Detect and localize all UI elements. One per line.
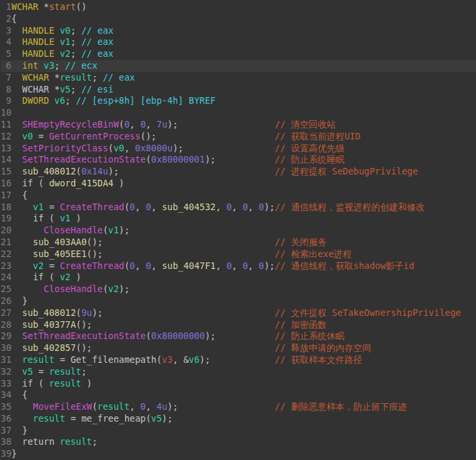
code-token: *	[49, 72, 60, 83]
code-line[interactable]: 38 return result;	[1, 436, 476, 448]
line-number: 15	[1, 166, 11, 178]
code-line[interactable]: 10	[1, 107, 476, 119]
code-token: ,	[135, 260, 145, 271]
code-line[interactable]: 18 v1 = CreateThread(0, 0, sub_404532, 0…	[1, 202, 476, 213]
code-token: );	[205, 154, 216, 165]
code-token: ,	[146, 401, 157, 412]
line-number: 2	[1, 13, 11, 25]
code-line[interactable]: 9 DWORD v6; // [esp+8h] [ebp-4h] BYREF	[1, 95, 476, 107]
code-line[interactable]: 34 {	[1, 389, 476, 401]
code-token: = Get_filenamepath(	[54, 354, 162, 365]
code-line[interactable]: 15 sub_408012(0x14u); // 进程提权 SeDebugPri…	[1, 166, 476, 178]
code-token: ,	[248, 260, 258, 271]
line-number: 9	[1, 95, 11, 107]
code-token	[11, 95, 22, 106]
line-number: 3	[1, 25, 11, 37]
code-token: v2	[108, 284, 119, 294]
code-token: }	[11, 448, 17, 459]
code-line[interactable]: 27 sub_408012(9u); // 文件提权 SeTakeOwnersh…	[1, 307, 476, 319]
code-line[interactable]: 26 }	[1, 295, 476, 307]
code-token: {	[11, 389, 27, 400]
code-token: v2	[33, 260, 44, 271]
code-token: 0x14u	[81, 166, 108, 176]
code-line[interactable]: 17 {	[1, 190, 476, 202]
code-line[interactable]: 19 if ( v1 )	[1, 213, 476, 225]
code-comment: // 文件提权 SeTakeOwnershipPrivilege	[275, 307, 461, 318]
code-line[interactable]: 31 result = Get_filenamepath(v3, &v6); /…	[1, 354, 476, 366]
code-line[interactable]: 3 HANDLE v0; // eax	[1, 25, 476, 37]
code-token: if (	[11, 213, 60, 223]
code-token: v5	[151, 413, 162, 424]
code-token: );	[264, 260, 274, 271]
code-token: HANDLE	[22, 48, 55, 59]
line-number: 17	[1, 190, 11, 202]
code-line[interactable]: 22 sub_405EE1(); // 检索出exe进程	[1, 249, 476, 260]
code-token: }	[11, 295, 27, 306]
code-token: ;	[71, 36, 81, 47]
code-token: SetThreadExecutionState	[22, 154, 146, 165]
line-number: 38	[1, 436, 11, 448]
code-line[interactable]: 33 if ( result )	[1, 378, 476, 390]
code-token	[11, 225, 44, 235]
code-token: (	[145, 330, 151, 341]
code-line[interactable]: 5 HANDLE v2; // eax	[1, 48, 476, 60]
code-token: v1	[60, 213, 70, 223]
code-token: HANDLE	[22, 25, 55, 36]
line-number: 31	[1, 354, 11, 366]
comment-padding	[216, 330, 274, 341]
code-token: v6	[189, 354, 200, 365]
code-comment: // 设置高优先级	[275, 143, 344, 153]
code-line[interactable]: 2{	[1, 13, 476, 25]
code-line[interactable]: 39}	[1, 448, 476, 460]
code-line[interactable]: 20 CloseHandle(v1);	[1, 225, 476, 237]
code-line[interactable]: 1WCHAR *start()	[1, 1, 476, 13]
code-token: (	[76, 307, 81, 318]
code-token: result	[33, 413, 65, 424]
code-line[interactable]: 6 int v3; // ecx	[1, 60, 476, 72]
code-line[interactable]: 12 v0 = GetCurrentProcess(); // 获取当前进程UI…	[1, 131, 476, 143]
code-token	[11, 260, 33, 271]
code-token: 9u	[81, 307, 92, 318]
code-token: sub_404532	[162, 202, 216, 212]
line-number: 7	[1, 72, 11, 84]
code-line[interactable]: 25 CloseHandle(v2);	[1, 284, 476, 295]
code-token: );	[108, 166, 119, 176]
code-line[interactable]: 23 v2 = CreateThread(0, 0, sub_4047F1, 0…	[1, 260, 476, 272]
code-line[interactable]: 21 sub_403AA0(); // 关闭服务	[1, 237, 476, 249]
code-token	[11, 284, 44, 294]
code-token: (	[124, 202, 130, 212]
line-number: 10	[1, 107, 11, 119]
code-comment: // 获取当前进程UID	[275, 131, 361, 141]
code-token	[11, 237, 33, 247]
code-token: ,	[216, 202, 226, 212]
line-number: 6	[1, 60, 11, 72]
code-line[interactable]: 24 if ( v2 )	[1, 272, 476, 284]
code-line[interactable]: 28 sub_40377A(); // 加密函数	[1, 319, 476, 331]
line-number: 30	[1, 342, 11, 354]
code-token: WCHAR	[22, 72, 50, 83]
line-number: 13	[1, 143, 11, 155]
code-token: (	[102, 225, 108, 235]
line-number: 20	[1, 225, 11, 237]
code-line[interactable]: 30 sub_402857(); // 释放申请的内存空间	[1, 342, 476, 354]
code-token: ;	[54, 60, 65, 71]
code-token: 0x80000000	[151, 330, 205, 341]
code-token: v0	[22, 131, 33, 141]
code-line[interactable]: 36 result = me_free_heap(v5);	[1, 413, 476, 425]
code-line[interactable]: 7 WCHAR *result; // eax	[1, 72, 476, 84]
code-line[interactable]: 35 MoveFileExW(result, 0, 4u); // 删除恶意样本…	[1, 401, 476, 413]
code-line[interactable]: 11 SHEmptyRecycleBinW(0, 0, 7u); // 清空回收…	[1, 119, 476, 131]
code-line[interactable]: 29 SetThreadExecutionState(0x80000000); …	[1, 330, 476, 342]
code-line[interactable]: 14 SetThreadExecutionState(0x80000001); …	[1, 154, 476, 166]
code-line[interactable]: 8 WCHAR *v5; // esi	[1, 84, 476, 96]
code-token: (	[124, 260, 130, 271]
code-comment: // 检索出exe进程	[275, 249, 352, 259]
code-token: =	[44, 260, 60, 271]
comment-padding	[119, 166, 275, 176]
code-line[interactable]: 16 if ( dword_415DA4 )	[1, 178, 476, 190]
code-line[interactable]: 4 HANDLE v1; // eax	[1, 36, 476, 48]
code-line[interactable]: 13 SetPriorityClass(v0, 0x8000u); // 设置高…	[1, 143, 476, 155]
code-line[interactable]: 32 v5 = result;	[1, 366, 476, 378]
line-number: 39	[1, 448, 11, 460]
code-line[interactable]: 37 }	[1, 425, 476, 437]
